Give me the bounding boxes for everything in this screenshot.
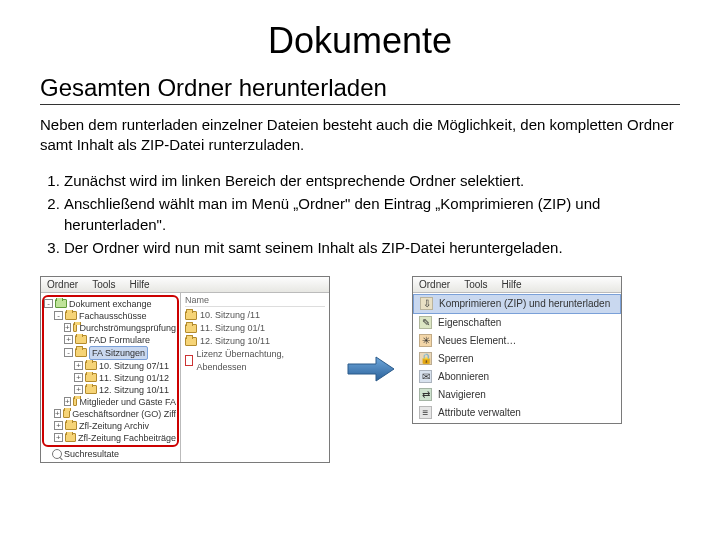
instruction-step: Anschließend wählt man im Menü „Ordner" … bbox=[64, 193, 680, 235]
tree-node[interactable]: +Geschäftsordner (GO) Ziff bbox=[44, 408, 177, 420]
highlight-rectangle: -Dokument exchange-Fachausschüsse+Durchs… bbox=[42, 295, 179, 447]
tree-node[interactable]: +12. Sitzung 10/11 bbox=[44, 384, 177, 396]
tree-node[interactable]: -Fachausschüsse bbox=[44, 310, 177, 322]
menu-item-icon: 🔒 bbox=[419, 352, 432, 365]
tree-node-label: Dokument exchange bbox=[69, 298, 152, 310]
menu-tools[interactable]: Tools bbox=[92, 279, 115, 290]
expand-toggle-icon[interactable]: + bbox=[64, 397, 71, 406]
expand-toggle-icon[interactable]: + bbox=[54, 421, 63, 430]
tree-node[interactable]: +10. Sitzung 07/11 bbox=[44, 360, 177, 372]
dropdown-item[interactable]: 🔒Sperren bbox=[413, 350, 621, 368]
dropdown-item[interactable]: ✉Abonnieren bbox=[413, 368, 621, 386]
dropdown-item[interactable]: ⇄Navigieren bbox=[413, 386, 621, 404]
menu-item-icon: ✎ bbox=[419, 316, 432, 329]
screenshot-menu-panel: Ordner Tools Hilfe ⇩Komprimieren (ZIP) u… bbox=[412, 276, 622, 424]
search-results-node[interactable]: Suchresultate bbox=[42, 448, 179, 460]
folder-icon bbox=[75, 335, 87, 344]
ordner-dropdown: ⇩Komprimieren (ZIP) und herunterladen✎Ei… bbox=[413, 293, 621, 423]
collapse-toggle-icon[interactable]: - bbox=[64, 348, 73, 357]
instruction-list: Zunächst wird im linken Bereich der ents… bbox=[64, 170, 680, 258]
search-results-label: Suchresultate bbox=[64, 448, 119, 460]
section-heading: Gesamten Ordner herunterladen bbox=[40, 74, 680, 105]
tree-node-label: Zfl-Zeitung Fachbeiträge bbox=[78, 432, 176, 444]
menu-item-icon: ⇩ bbox=[420, 297, 433, 310]
file-label: 10. Sitzung /11 bbox=[200, 309, 260, 322]
folder-icon bbox=[85, 373, 97, 382]
file-row[interactable]: 10. Sitzung /11 bbox=[185, 309, 325, 322]
screenshot-tree-panel: Ordner Tools Hilfe -Dokument exchange-Fa… bbox=[40, 276, 330, 463]
menubar: Ordner Tools Hilfe bbox=[41, 277, 329, 293]
menu-ordner[interactable]: Ordner bbox=[47, 279, 78, 290]
expand-toggle-icon[interactable]: + bbox=[74, 361, 83, 370]
tree-node-label: 12. Sitzung 10/11 bbox=[99, 384, 169, 396]
menu-hilfe[interactable]: Hilfe bbox=[501, 279, 521, 290]
file-label: 11. Sitzung 01/1 bbox=[200, 322, 265, 335]
expand-toggle-icon[interactable]: + bbox=[54, 433, 63, 442]
folder-icon bbox=[55, 299, 67, 308]
expand-toggle-icon[interactable]: + bbox=[74, 385, 83, 394]
tree-node[interactable]: +11. Sitzung 01/12 bbox=[44, 372, 177, 384]
folder-icon bbox=[75, 348, 87, 357]
file-label: Lizenz Übernachtung, Abendessen bbox=[196, 348, 325, 374]
menu-item-icon: ✉ bbox=[419, 370, 432, 383]
tree-node-label: Mitglieder und Gäste FA bbox=[79, 396, 176, 408]
menu-item-icon: ✳ bbox=[419, 334, 432, 347]
folder-icon bbox=[185, 324, 197, 333]
tree-node[interactable]: -Dokument exchange bbox=[44, 298, 177, 310]
folder-icon bbox=[85, 385, 97, 394]
folder-icon bbox=[73, 323, 78, 332]
expand-toggle-icon[interactable]: + bbox=[64, 335, 73, 344]
expand-toggle-icon[interactable]: + bbox=[74, 373, 83, 382]
collapse-toggle-icon[interactable]: - bbox=[44, 299, 53, 308]
column-header-name: Name bbox=[185, 295, 325, 307]
instruction-step: Zunächst wird im linken Bereich der ents… bbox=[64, 170, 680, 191]
file-label: 12. Sitzung 10/11 bbox=[200, 335, 270, 348]
dropdown-item-label: Komprimieren (ZIP) und herunterladen bbox=[439, 297, 610, 311]
tree-node[interactable]: +Durchströmungsprüfung bbox=[44, 322, 177, 334]
tree-node-label: FA Sitzungen bbox=[89, 346, 148, 360]
folder-icon bbox=[65, 433, 76, 442]
dropdown-item[interactable]: ✳Neues Element… bbox=[413, 332, 621, 350]
tree-node[interactable]: -FA Sitzungen bbox=[44, 346, 177, 360]
tree-node-label: 11. Sitzung 01/12 bbox=[99, 372, 169, 384]
tree-node-label: Durchströmungsprüfung bbox=[79, 322, 176, 334]
intro-paragraph: Neben dem runterladen einzelner Dateien … bbox=[40, 115, 680, 156]
folder-icon bbox=[63, 409, 70, 418]
folder-icon bbox=[185, 311, 197, 320]
dropdown-item[interactable]: ≡Attribute verwalten bbox=[413, 404, 621, 422]
page-title: Dokumente bbox=[40, 20, 680, 62]
dropdown-item-label: Navigieren bbox=[438, 388, 486, 402]
tree-node[interactable]: +Zfl-Zeitung Fachbeiträge bbox=[44, 432, 177, 444]
tree-node[interactable]: +Zfl-Zeitung Archiv bbox=[44, 420, 177, 432]
menu-hilfe[interactable]: Hilfe bbox=[129, 279, 149, 290]
tree-node-label: FAD Formulare bbox=[89, 334, 150, 346]
file-row[interactable]: Lizenz Übernachtung, Abendessen bbox=[185, 348, 325, 374]
dropdown-item-label: Sperren bbox=[438, 352, 474, 366]
expand-toggle-icon[interactable]: + bbox=[54, 409, 61, 418]
menubar: Ordner Tools Hilfe bbox=[413, 277, 621, 293]
dropdown-item[interactable]: ✎Eigenschaften bbox=[413, 314, 621, 332]
search-icon bbox=[52, 449, 62, 459]
dropdown-item-label: Abonnieren bbox=[438, 370, 489, 384]
menu-item-icon: ⇄ bbox=[419, 388, 432, 401]
folder-icon bbox=[85, 361, 97, 370]
menu-ordner[interactable]: Ordner bbox=[419, 279, 450, 290]
folder-icon bbox=[65, 311, 77, 320]
dropdown-item-label: Eigenschaften bbox=[438, 316, 501, 330]
menu-tools[interactable]: Tools bbox=[464, 279, 487, 290]
folder-tree: -Dokument exchange-Fachausschüsse+Durchs… bbox=[41, 293, 181, 462]
dropdown-item-label: Neues Element… bbox=[438, 334, 516, 348]
file-row[interactable]: 11. Sitzung 01/1 bbox=[185, 322, 325, 335]
file-row[interactable]: 12. Sitzung 10/11 bbox=[185, 335, 325, 348]
folder-icon bbox=[185, 337, 197, 346]
tree-node[interactable]: +Mitglieder und Gäste FA bbox=[44, 396, 177, 408]
tree-node[interactable]: +FAD Formulare bbox=[44, 334, 177, 346]
folder-icon bbox=[65, 421, 77, 430]
dropdown-item[interactable]: ⇩Komprimieren (ZIP) und herunterladen bbox=[413, 294, 621, 314]
expand-toggle-icon[interactable]: + bbox=[64, 323, 71, 332]
tree-node-label: Fachausschüsse bbox=[79, 310, 147, 322]
pdf-icon bbox=[185, 355, 193, 366]
collapse-toggle-icon[interactable]: - bbox=[54, 311, 63, 320]
instruction-step: Der Ordner wird nun mit samt seinem Inha… bbox=[64, 237, 680, 258]
file-list: Name 10. Sitzung /1111. Sitzung 01/112. … bbox=[181, 293, 329, 462]
